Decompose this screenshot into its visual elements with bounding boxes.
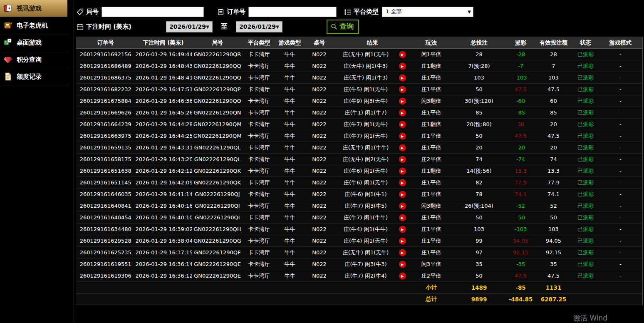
payout-cell: -28: [507, 49, 535, 60]
replay-play-icon[interactable]: ▶: [399, 144, 406, 151]
game-mode-cell: -: [599, 189, 643, 200]
bet-time-cell: 2026-01-29 16:49:44: [135, 49, 192, 60]
result-cell: 庄(牛7) 闲1(无牛)▶: [334, 119, 411, 130]
replay-play-icon[interactable]: ▶: [399, 214, 406, 221]
replay-play-icon[interactable]: ▶: [399, 191, 406, 198]
replay-play-icon[interactable]: ▶: [399, 51, 406, 58]
table-row: 2601291616581752026-01-29 16:43:20GN0222…: [76, 154, 643, 165]
valid-bet-cell: 103: [535, 72, 573, 84]
replay-play-icon[interactable]: ▶: [399, 109, 406, 116]
replay-play-icon[interactable]: ▶: [399, 121, 406, 128]
date-to-select[interactable]: 2026/01/29 ▼: [236, 21, 282, 32]
status-cell: 已派彩: [573, 270, 599, 282]
total-bet-cell: 50: [451, 270, 507, 282]
round-input[interactable]: [102, 7, 204, 17]
column-header: 状态: [573, 37, 599, 49]
order-id-cell: 260129161619306: [76, 270, 135, 282]
replay-play-icon[interactable]: ▶: [399, 261, 406, 268]
platform-cell: 卡卡湾厅: [243, 72, 275, 84]
table-row: 2601291616591352026-01-29 16:43:31GN0222…: [76, 142, 643, 154]
table-row: 2601291616511452026-01-29 16:42:09GN0222…: [76, 177, 643, 189]
valid-bet-cell: 77.9: [535, 177, 573, 189]
replay-play-icon[interactable]: ▶: [399, 74, 406, 81]
sidebar-item-label: 视讯游戏: [17, 5, 42, 12]
game-mode-cell: -: [599, 212, 643, 224]
payout-cell: -52: [507, 200, 535, 212]
game-type-cell: 牛牛: [275, 107, 305, 119]
result-text: 庄(牛4) 闲1(无牛): [344, 238, 388, 244]
payout-cell: -20: [507, 142, 535, 154]
search-button[interactable]: 查询: [327, 20, 359, 34]
sidebar-item-points-query[interactable]: 积分查询: [0, 51, 67, 68]
replay-play-icon[interactable]: ▶: [399, 272, 406, 279]
replay-play-icon[interactable]: ▶: [399, 86, 406, 93]
status-cell: 已派彩: [573, 95, 599, 107]
bet-time-cell: 2026-01-29 16:43:20: [135, 154, 192, 165]
table-no-cell: N022: [305, 177, 334, 189]
bet-time-label: 下注时间 (美东): [86, 23, 131, 31]
payout-cell: -85: [507, 107, 535, 119]
game-mode-cell: -: [599, 258, 643, 270]
game-type-cell: 牛牛: [275, 247, 305, 258]
order-id-cell: 260129161629528: [76, 235, 135, 247]
status-cell: 已派彩: [573, 177, 599, 189]
platform-label-group: 平台类型: [344, 8, 379, 16]
bet-time-cell: 2026-01-29 16:37:15: [135, 247, 192, 258]
filter-bar: 局号 订单号 平台类型 1.全部 ▼: [76, 0, 643, 37]
grand-total-payout: -484.85: [507, 293, 535, 305]
platform-cell: 卡卡湾厅: [243, 212, 275, 224]
replay-play-icon[interactable]: ▶: [399, 237, 406, 244]
valid-bet-cell: 85: [535, 107, 573, 119]
order-id-cell: 260129161640841: [76, 200, 135, 212]
column-header: 派彩: [507, 37, 535, 49]
play-type-cell: 庄1平倍: [411, 189, 451, 200]
result-cell: 庄(牛7) 闲3(牛5)▶: [334, 200, 411, 212]
valid-bet-cell: 74.1: [535, 189, 573, 200]
table-row: 2601291616404542026-01-29 16:40:10GN0222…: [76, 212, 643, 224]
platform-select[interactable]: 1.全部 ▼: [382, 7, 473, 17]
round-id-cell: GN022261290QI: [192, 200, 243, 212]
column-header: 订单号: [76, 37, 135, 49]
round-id-cell: GN022261290QQ: [192, 72, 243, 84]
replay-play-icon[interactable]: ▶: [399, 62, 406, 70]
order-id-cell: 260129161634480: [76, 224, 135, 235]
replay-play-icon[interactable]: ▶: [399, 249, 406, 256]
date-from-select[interactable]: 2026/01/29 ▼: [166, 21, 213, 32]
table-row: 2601291616460352026-01-29 16:41:14GN0222…: [76, 189, 643, 200]
table-row: 2601291616408412026-01-29 16:40:16GN0222…: [76, 200, 643, 212]
order-input[interactable]: [248, 7, 337, 17]
round-id-cell: GN022261290QO: [192, 95, 243, 107]
replay-play-icon[interactable]: ▶: [399, 156, 406, 163]
result-cell: 庄(牛1) 闲1(牛7)▶: [334, 107, 411, 119]
replay-play-icon[interactable]: ▶: [399, 167, 406, 174]
replay-play-icon[interactable]: ▶: [399, 179, 406, 186]
valid-bet-cell: 60: [535, 95, 573, 107]
table-row: 2601291616822322026-01-29 16:47:51GN0222…: [76, 84, 643, 95]
replay-play-icon[interactable]: ▶: [399, 132, 406, 139]
valid-bet-cell: 20: [535, 142, 573, 154]
table-row: 2601291616195512026-01-29 16:36:14GN0222…: [76, 258, 643, 270]
game-mode-cell: -: [599, 84, 643, 95]
replay-play-icon[interactable]: ▶: [399, 202, 406, 209]
round-id-cell: GN022261290QF: [192, 247, 243, 258]
sidebar-item-video-games[interactable]: 视讯游戏: [0, 0, 67, 17]
replay-play-icon[interactable]: ▶: [399, 226, 406, 233]
table-row: 2601291616863752026-01-29 16:48:41GN0222…: [76, 72, 643, 84]
list-icon: [344, 8, 351, 15]
payout-cell: -7: [507, 60, 535, 72]
sidebar-item-table-games[interactable]: 桌面游戏: [0, 34, 67, 51]
table-no-cell: N022: [305, 119, 334, 130]
game-type-cell: 牛牛: [275, 130, 305, 142]
play-type-cell: 庄1翻倍: [411, 165, 451, 177]
play-type-cell: 庄2平倍: [411, 270, 451, 282]
round-id-cell: GN022261290QM: [192, 130, 243, 142]
round-id-cell: GN022261290QN: [192, 107, 243, 119]
play-type-cell: 闲3翻倍: [411, 200, 451, 212]
payout-cell: 38: [507, 119, 535, 130]
platform-cell: 卡卡湾厅: [243, 60, 275, 72]
sidebar-item-credit-records[interactable]: 额度记录: [0, 68, 67, 85]
platform-cell: 卡卡湾厅: [243, 270, 275, 282]
sidebar-item-slots[interactable]: 电子老虎机: [0, 17, 67, 34]
replay-play-icon[interactable]: ▶: [399, 97, 406, 104]
result-text: 庄(无牛) 闲1(无牛): [343, 51, 389, 57]
